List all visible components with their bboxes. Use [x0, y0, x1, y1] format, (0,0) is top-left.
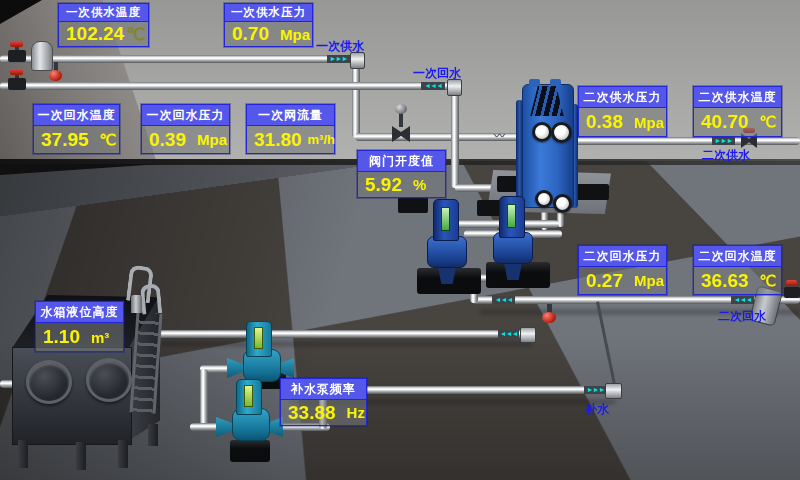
- tag-secondary-return-temp: 二次回水温度 36.63 ℃: [693, 245, 782, 295]
- tag-makeup-pump-freq: 补水泵频率 33.88 Hz: [280, 378, 367, 426]
- pipe-flange: [605, 383, 622, 399]
- tag-unit: Mpa: [634, 114, 664, 131]
- pump-status-light: [244, 385, 253, 407]
- pipe-primary-return-drop: [451, 88, 459, 188]
- tag-unit: Hz: [347, 404, 365, 421]
- flow-arrows-right-icon: ►►►: [327, 55, 350, 63]
- secondary-return-drain-valve[interactable]: [542, 312, 556, 323]
- tank-overflow-pipe: [140, 283, 163, 315]
- tag-unit: %: [413, 176, 426, 193]
- tag-value-display[interactable]: 40.70 ℃: [694, 108, 781, 136]
- tag-value-display[interactable]: 36.63 ℃: [694, 267, 781, 294]
- drain-valve[interactable]: [49, 70, 62, 81]
- valve-handle: [10, 41, 23, 47]
- tag-value: 31.80: [254, 129, 302, 151]
- exchanger-port: [532, 122, 552, 142]
- pipe-label-secondary-return: 二次回水: [718, 308, 766, 325]
- pipe-secondary-supply: [572, 137, 800, 145]
- pump-base: [230, 440, 270, 462]
- tag-value: 33.88: [288, 402, 336, 424]
- separator-vessel[interactable]: [31, 41, 53, 71]
- exchanger-port: [551, 122, 572, 143]
- tag-value-display[interactable]: 0.39 Mpa: [142, 126, 229, 153]
- flow-arrows-left-icon: ◄◄◄: [731, 296, 754, 304]
- pump-status-light: [254, 327, 263, 349]
- tag-unit: Mpa: [634, 272, 664, 289]
- tag-unit: Mpa: [197, 131, 227, 148]
- tag-value-display[interactable]: 33.88 Hz: [281, 400, 366, 425]
- tag-value-display[interactable]: 102.24 ℃: [59, 22, 148, 46]
- tag-label: 补水泵频率: [281, 379, 366, 400]
- pipe-label-primary-supply: 一次供水: [316, 38, 364, 55]
- tag-value-display[interactable]: 37.95 ℃: [34, 126, 119, 153]
- tank-manhole: [86, 358, 132, 402]
- pipe-label-secondary-supply: 二次供水: [702, 147, 750, 164]
- tag-value: 0.38: [586, 111, 623, 133]
- tag-label: 阀门开度值: [358, 151, 445, 172]
- tag-unit: m³/h: [308, 132, 335, 147]
- equipment-pad: [575, 184, 609, 200]
- tag-label: 二次回水温度: [694, 246, 781, 267]
- flow-arrows-left-icon: ◄◄◄: [421, 82, 445, 90]
- tag-value: 0.39: [149, 129, 186, 151]
- tag-value: 36.63: [701, 270, 749, 292]
- tag-value-display[interactable]: 0.70 Mpa: [225, 22, 312, 46]
- exchanger-port: [553, 194, 572, 213]
- tag-label: 一次供水压力: [225, 4, 312, 22]
- pipe-label-makeup: 补水: [585, 401, 609, 418]
- exchanger-lug: [550, 79, 561, 87]
- tag-value: 5.92: [365, 174, 402, 196]
- tag-value: 37.95: [41, 129, 89, 151]
- secondary-return-valve[interactable]: [784, 287, 800, 298]
- valve-handle: [786, 280, 797, 286]
- tag-value-display[interactable]: 0.27 Mpa: [579, 267, 666, 294]
- pump-status-light: [441, 207, 450, 231]
- tag-value-display[interactable]: 31.80 m³/h: [247, 126, 334, 153]
- pipe-primary-supply-to-exchanger: [355, 133, 537, 141]
- tag-unit: ℃: [126, 24, 145, 45]
- tag-label: 二次供水温度: [694, 87, 781, 108]
- pump-status-light: [507, 204, 516, 228]
- tag-label: 一次供水温度: [59, 4, 148, 22]
- tag-primary-return-pressure: 一次回水压力 0.39 Mpa: [141, 104, 230, 154]
- equipment-pad: [398, 197, 428, 213]
- primary-return-outlet-valve[interactable]: [8, 78, 26, 90]
- tag-unit: ℃: [100, 131, 117, 149]
- tag-value-display[interactable]: 0.38 Mpa: [579, 108, 666, 136]
- tag-secondary-supply-temp: 二次供水温度 40.70 ℃: [693, 86, 782, 137]
- tag-label: 二次供水压力: [579, 87, 666, 108]
- tag-label: 一次回水温度: [34, 105, 119, 126]
- flow-arrows-right-icon: ►►►: [712, 137, 735, 145]
- pipe-flange: [520, 327, 536, 343]
- tank-leg: [118, 440, 128, 468]
- tank-leg: [148, 424, 158, 446]
- pipe-makeup-loop: [200, 369, 208, 431]
- tag-valve-opening: 阀门开度值 5.92 %: [357, 150, 446, 198]
- tag-unit: ℃: [760, 113, 777, 131]
- tag-value: 1.10: [43, 326, 80, 348]
- pipe-tank-line: [152, 330, 534, 338]
- tag-label: 二次回水压力: [579, 246, 666, 267]
- tag-unit: ℃: [760, 272, 777, 290]
- tank-leg: [76, 442, 86, 470]
- flow-arrows-left-icon: ◄◄◄: [498, 330, 519, 338]
- tag-label: 水箱液位高度: [36, 302, 123, 323]
- pipe-primary-supply-drop: [352, 60, 360, 138]
- tag-primary-supply-temp: 一次供水温度 102.24 ℃: [58, 3, 149, 47]
- tank-vent: [131, 295, 142, 313]
- primary-supply-inlet-valve[interactable]: [8, 50, 26, 62]
- tag-value: 0.70: [232, 23, 269, 45]
- tag-value-display[interactable]: 5.92 %: [358, 172, 445, 197]
- tag-secondary-supply-pressure: 二次供水压力 0.38 Mpa: [578, 86, 667, 137]
- pipe-shadow: [160, 342, 532, 346]
- tag-secondary-return-pressure: 二次回水压力 0.27 Mpa: [578, 245, 667, 295]
- control-valve-actuator: [395, 104, 407, 114]
- tag-label: 一次网流量: [247, 105, 334, 126]
- tank-manhole: [26, 360, 72, 404]
- pipe-primary-return: [0, 82, 450, 90]
- pipe-break-symbol: 〰: [494, 130, 505, 142]
- tag-primary-supply-pressure: 一次供水压力 0.70 Mpa: [224, 3, 313, 47]
- tag-primary-flow: 一次网流量 31.80 m³/h: [246, 104, 335, 154]
- tank-leg: [18, 440, 28, 468]
- tag-value-display[interactable]: 1.10 m³: [36, 323, 123, 351]
